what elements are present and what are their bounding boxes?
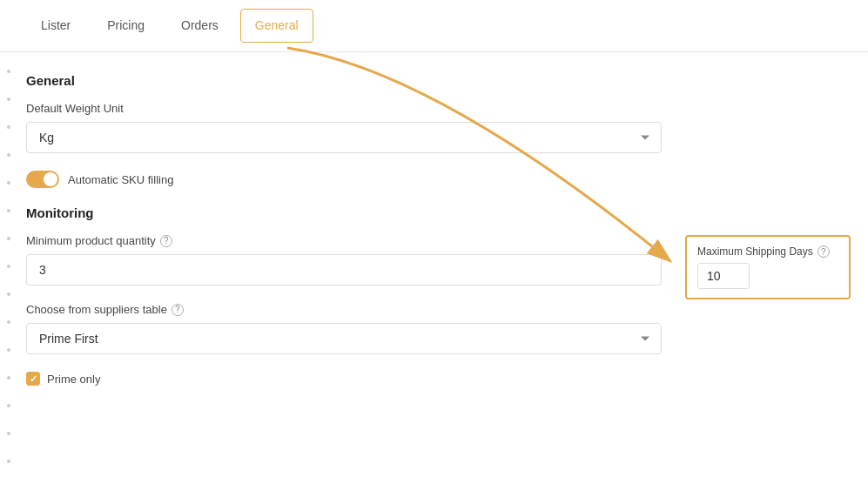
max-shipping-input[interactable] [697,263,750,289]
page-wrapper: Lister Pricing Orders General General De… [0,0,868,484]
side-dot [7,209,10,212]
side-dot [7,153,10,157]
monitoring-section: Monitoring Minimum product quantity ? Ch… [26,205,670,386]
weight-unit-select[interactable]: Kg Lb Oz G [26,122,662,153]
main-content: General Default Weight Unit Kg Lb Oz G [0,52,696,407]
general-section-title: General [26,73,670,88]
side-dot [7,404,10,407]
side-dot [7,237,10,240]
tab-lister[interactable]: Lister [26,9,85,43]
side-decorations [7,70,10,463]
auto-sku-label: Automatic SKU filling [68,173,173,186]
auto-sku-row: Automatic SKU filling [26,171,670,188]
min-quantity-help-icon[interactable]: ? [160,235,172,247]
side-dot [7,460,10,463]
side-dot [7,348,10,352]
max-shipping-label: Maximum Shipping Days ? [697,245,838,258]
side-dot [7,376,10,380]
side-dot [7,97,10,101]
prime-only-checkbox[interactable] [26,372,40,386]
side-dot [7,70,10,73]
weight-unit-select-wrapper: Kg Lb Oz G [26,122,662,153]
side-dot [7,432,10,435]
suppliers-field: Choose from suppliers table ? Prime Firs… [26,303,670,354]
min-quantity-input[interactable] [26,254,662,286]
side-dot [7,181,10,185]
suppliers-select-wrapper: Prime First All Suppliers Custom [26,323,662,354]
general-section: General Default Weight Unit Kg Lb Oz G [26,73,670,188]
side-dot [7,292,10,296]
prime-only-label: Prime only [47,373,100,386]
weight-unit-label: Default Weight Unit [26,102,670,115]
suppliers-label: Choose from suppliers table ? [26,303,670,316]
min-quantity-label: Minimum product quantity ? [26,234,670,247]
tab-orders[interactable]: Orders [166,9,233,43]
prime-only-row: Prime only [26,372,670,386]
max-shipping-help-icon[interactable]: ? [818,245,830,258]
weight-unit-field: Default Weight Unit Kg Lb Oz G [26,102,670,153]
min-quantity-field: Minimum product quantity ? [26,234,670,286]
side-dot [7,320,10,324]
tab-bar: Lister Pricing Orders General [0,0,868,52]
side-dot [7,265,10,268]
suppliers-select[interactable]: Prime First All Suppliers Custom [26,323,662,354]
tab-pricing[interactable]: Pricing [92,9,159,43]
tab-general[interactable]: General [240,9,313,43]
monitoring-section-title: Monitoring [26,205,670,220]
side-dot [7,125,10,129]
auto-sku-toggle[interactable] [26,171,59,188]
max-shipping-callout: Maximum Shipping Days ? [685,235,851,299]
suppliers-help-icon[interactable]: ? [172,304,184,316]
